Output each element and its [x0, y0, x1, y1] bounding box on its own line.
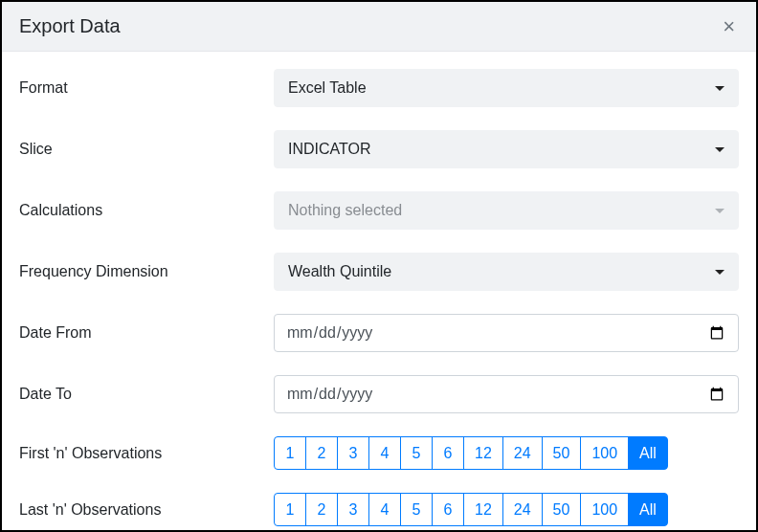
slice-label: Slice [19, 141, 274, 158]
first-n-group: 123456122450100All [274, 436, 668, 470]
caret-down-icon [715, 86, 725, 91]
last-n-option-all[interactable]: All [628, 493, 668, 526]
calculations-value: Nothing selected [288, 202, 402, 219]
dialog-body: Format Excel Table Slice INDICATOR Calcu… [2, 52, 756, 530]
first-n-option-50[interactable]: 50 [542, 436, 582, 470]
date-from-row: Date From [19, 314, 739, 352]
close-button[interactable]: × [719, 16, 739, 37]
date-to-row: Date To [19, 375, 739, 413]
first-n-option-5[interactable]: 5 [400, 436, 433, 470]
caret-down-icon [715, 270, 725, 275]
last-n-label: Last 'n' Observations [19, 501, 274, 519]
first-n-option-3[interactable]: 3 [337, 436, 369, 470]
date-to-label: Date To [19, 386, 274, 403]
frequency-value: Wealth Quintile [288, 263, 391, 280]
date-from-input[interactable] [274, 314, 739, 352]
last-n-option-6[interactable]: 6 [432, 493, 464, 526]
first-n-label: First 'n' Observations [19, 445, 274, 462]
first-n-option-100[interactable]: 100 [580, 436, 629, 470]
dialog-header: Export Data × [2, 2, 756, 52]
first-n-option-12[interactable]: 12 [463, 436, 503, 470]
format-value: Excel Table [288, 79, 367, 97]
first-n-option-6[interactable]: 6 [432, 436, 464, 470]
first-n-option-2[interactable]: 2 [305, 436, 338, 470]
calculations-dropdown[interactable]: Nothing selected [274, 191, 739, 230]
date-to-input[interactable] [274, 375, 739, 413]
frequency-row: Frequency Dimension Wealth Quintile [19, 253, 739, 291]
frequency-label: Frequency Dimension [19, 263, 274, 280]
caret-down-icon [715, 147, 725, 152]
caret-down-icon [715, 209, 725, 213]
last-n-option-2[interactable]: 2 [305, 493, 338, 526]
last-n-option-100[interactable]: 100 [580, 493, 629, 526]
format-dropdown[interactable]: Excel Table [274, 69, 739, 107]
dialog-title: Export Data [19, 15, 121, 37]
date-from-label: Date From [19, 324, 274, 342]
calculations-label: Calculations [19, 202, 274, 219]
last-n-row: Last 'n' Observations 123456122450100All [19, 493, 739, 526]
last-n-option-4[interactable]: 4 [368, 493, 401, 526]
last-n-option-1[interactable]: 1 [274, 493, 306, 526]
first-n-option-24[interactable]: 24 [502, 436, 543, 470]
last-n-group: 123456122450100All [274, 493, 668, 526]
first-n-option-all[interactable]: All [628, 436, 668, 470]
last-n-option-5[interactable]: 5 [400, 493, 433, 526]
last-n-option-24[interactable]: 24 [502, 493, 543, 526]
format-label: Format [19, 79, 274, 97]
format-row: Format Excel Table [19, 69, 739, 107]
last-n-option-3[interactable]: 3 [337, 493, 369, 526]
slice-value: INDICATOR [288, 141, 371, 158]
first-n-option-1[interactable]: 1 [274, 436, 306, 470]
slice-dropdown[interactable]: INDICATOR [274, 130, 739, 168]
first-n-option-4[interactable]: 4 [368, 436, 401, 470]
slice-row: Slice INDICATOR [19, 130, 739, 168]
last-n-option-12[interactable]: 12 [463, 493, 503, 526]
calculations-row: Calculations Nothing selected [19, 191, 739, 230]
frequency-dropdown[interactable]: Wealth Quintile [274, 253, 739, 291]
first-n-row: First 'n' Observations 123456122450100Al… [19, 436, 739, 470]
last-n-option-50[interactable]: 50 [542, 493, 582, 526]
export-data-dialog: Export Data × Format Excel Table Slice I… [0, 0, 758, 532]
